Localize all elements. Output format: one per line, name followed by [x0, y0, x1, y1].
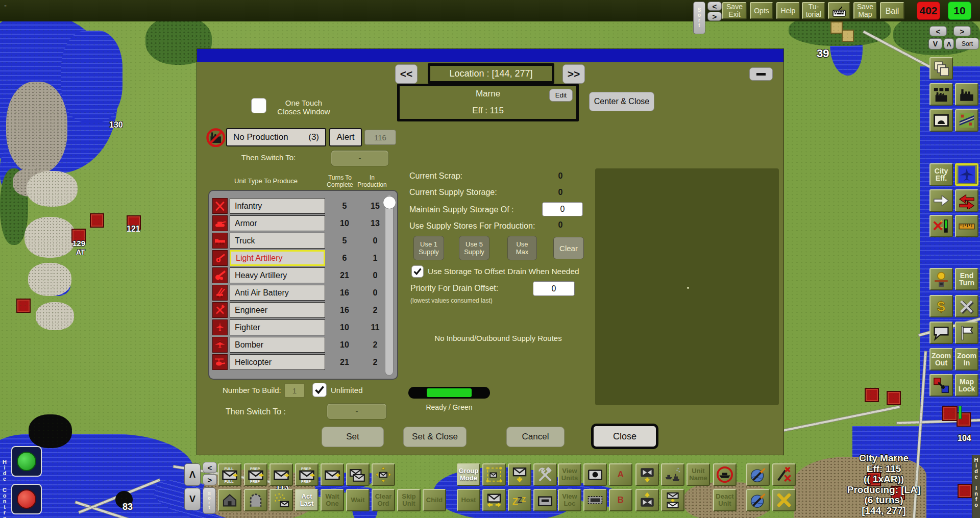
- unit-name-button[interactable]: Bomber: [230, 337, 325, 353]
- a-button[interactable]: A: [609, 463, 632, 486]
- number-to-build-input[interactable]: 1: [284, 383, 305, 398]
- map-thumbnail-icon[interactable]: [955, 109, 978, 132]
- one-touch-checkbox[interactable]: [251, 98, 266, 113]
- next-city-button[interactable]: >>: [562, 64, 585, 84]
- city-eff.-button[interactable]: City Eff.: [929, 163, 953, 186]
- picture-icon[interactable]: [929, 109, 953, 132]
- envelope-prep-icon[interactable]: PREPPREP: [295, 463, 318, 486]
- sidebar-up-button[interactable]: Λ: [944, 38, 954, 50]
- red-light-button[interactable]: [11, 484, 42, 514]
- dialog-titlebar[interactable]: [197, 49, 783, 62]
- sidebar-sort-button[interactable]: Sort: [955, 38, 979, 50]
- house-icon[interactable]: [218, 489, 241, 511]
- clear-button[interactable]: Clear: [553, 237, 584, 259]
- envelope-arrow-icon[interactable]: [270, 463, 293, 486]
- envelope-full-icon[interactable]: FULLFULL: [218, 463, 241, 486]
- unit-row-light-artillery[interactable]: Light Artillery61: [209, 250, 397, 266]
- white-arrow-icon[interactable]: [929, 189, 953, 212]
- unlimited-checkbox[interactable]: [312, 383, 327, 397]
- no-production-button[interactable]: No Production (3): [226, 128, 326, 146]
- envelope-stack-icon[interactable]: [661, 489, 684, 511]
- nav-up-button[interactable]: Λ: [184, 463, 201, 486]
- host-button[interactable]: Host: [457, 489, 480, 511]
- envelope-move-icon[interactable]: [372, 463, 395, 486]
- save-exit-button[interactable]: Save Exit: [722, 2, 747, 19]
- wait-button[interactable]: Wait: [346, 489, 370, 511]
- unit-row-helicopter[interactable]: Helicopter212: [209, 354, 397, 370]
- set-button[interactable]: Set: [322, 427, 384, 447]
- end-turn-button[interactable]: End Turn: [955, 268, 978, 290]
- plane-blue-icon[interactable]: [955, 163, 978, 186]
- camera-icon[interactable]: [583, 463, 607, 486]
- missile-globe-icon[interactable]: [746, 463, 770, 486]
- use-max-button[interactable]: Use Max: [507, 236, 537, 260]
- prev-button[interactable]: <: [707, 2, 722, 11]
- sleep-zzz-icon[interactable]: ZZZ: [508, 489, 531, 511]
- envelope-arrow-icon[interactable]: [321, 463, 344, 486]
- center-close-button[interactable]: Center & Close: [589, 92, 654, 111]
- gate-icon[interactable]: [244, 489, 267, 511]
- city-factories-icon[interactable]: [929, 83, 953, 106]
- green-light-button[interactable]: [11, 446, 42, 477]
- bunker-icon[interactable]: [533, 489, 557, 511]
- bail-button[interactable]: Bail: [880, 2, 904, 19]
- stacked-windows-icon[interactable]: [929, 57, 953, 80]
- dollar-icon[interactable]: $: [929, 295, 953, 317]
- next-button[interactable]: >: [707, 12, 722, 21]
- nav-left-button[interactable]: <: [203, 462, 217, 473]
- missile-abort-icon[interactable]: [772, 463, 796, 486]
- prev-city-button[interactable]: <<: [395, 64, 418, 84]
- then-switch-dropdown[interactable]: -: [331, 150, 389, 166]
- x-yellow-icon[interactable]: [772, 489, 796, 511]
- deact-unit-button[interactable]: Deact Unit: [713, 489, 737, 511]
- envelope-unload-icon[interactable]: [508, 463, 531, 486]
- patrol-route-icon[interactable]: [482, 463, 506, 486]
- minimize-button[interactable]: [749, 67, 773, 81]
- use-5-supply-button[interactable]: Use 5 Supply: [459, 236, 489, 260]
- sidebar-prev-button[interactable]: <: [929, 26, 947, 36]
- zoom-out-button[interactable]: Zoom Out: [929, 348, 953, 371]
- use-1-supply-button[interactable]: Use 1 Supply: [413, 236, 444, 260]
- supply-arrows-icon[interactable]: +−: [955, 189, 978, 212]
- sidebar-down-button[interactable]: V: [928, 38, 942, 50]
- hide-info-strip[interactable]: H i d e I n f o: [972, 455, 980, 518]
- clear-ord-button[interactable]: Clear Ord: [372, 489, 395, 511]
- cancel-button[interactable]: Cancel: [506, 427, 565, 447]
- then-switch2-dropdown[interactable]: -: [327, 403, 387, 420]
- transfer-units-icon[interactable]: [929, 374, 953, 397]
- scatter-orders-icon[interactable]: [270, 489, 293, 511]
- set-close-button[interactable]: Set & Close: [403, 427, 467, 447]
- maintain-storage-input[interactable]: 0: [542, 202, 583, 216]
- carrier-down-icon[interactable]: [635, 463, 659, 486]
- unit-row-anti-air-battery[interactable]: Anti Air Battery160: [209, 285, 397, 301]
- unit-row-fighter[interactable]: Fighter1011: [209, 319, 397, 335]
- envelope-double-icon[interactable]: [346, 463, 370, 486]
- carrier-up-icon[interactable]: [635, 489, 659, 511]
- sort-vertical-button[interactable]: S o r t: [693, 2, 705, 34]
- envelope-leftright-icon[interactable]: [482, 489, 506, 511]
- tools-icon[interactable]: [533, 463, 557, 486]
- keyboard-icon[interactable]: [828, 2, 850, 19]
- x-gray-icon[interactable]: [955, 295, 978, 317]
- nav-down-button[interactable]: V: [184, 488, 201, 510]
- dotted-box-icon[interactable]: [583, 489, 607, 511]
- ruler-icon[interactable]: [955, 215, 978, 237]
- sidebar-next-button[interactable]: >: [953, 26, 971, 36]
- unit-name-button[interactable]: Fighter: [230, 319, 325, 335]
- ship-circle-icon[interactable]: [713, 463, 737, 486]
- unit-name-button[interactable]: Infantry: [230, 198, 325, 214]
- group-mode-button[interactable]: Group Mode: [457, 463, 480, 486]
- nav-sort-button[interactable]: S o r t: [203, 487, 216, 514]
- unit-row-armor[interactable]: Armor1013: [209, 215, 397, 231]
- save-map-button[interactable]: Save Map: [853, 2, 877, 19]
- priority-offset-input[interactable]: 0: [533, 281, 575, 296]
- unit-name-button[interactable]: Unit Name: [687, 463, 710, 486]
- speech-bubble-icon[interactable]: [929, 322, 953, 344]
- unit-row-truck[interactable]: Truck50: [209, 233, 397, 249]
- map-lock-button[interactable]: Map Lock: [955, 374, 978, 397]
- opts-button[interactable]: Opts: [750, 2, 773, 19]
- unit-name-button[interactable]: Light Artillery: [230, 250, 325, 266]
- zoom-in-button[interactable]: Zoom In: [955, 348, 978, 371]
- unit-name-button[interactable]: Anti Air Battery: [230, 285, 325, 301]
- close-button[interactable]: Close: [591, 424, 658, 449]
